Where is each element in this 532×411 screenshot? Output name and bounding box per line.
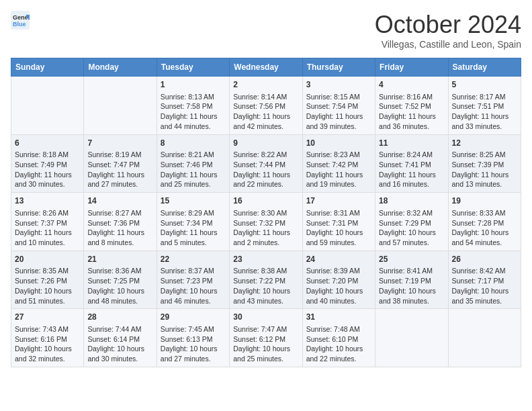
day-number: 11	[379, 138, 444, 149]
week-row-5: 27Sunrise: 7:43 AM Sunset: 6:16 PM Dayli…	[11, 309, 521, 367]
day-content: Sunrise: 8:29 AM Sunset: 7:34 PM Dayligh…	[161, 208, 226, 248]
day-number: 13	[15, 195, 80, 207]
day-content: Sunrise: 8:27 AM Sunset: 7:36 PM Dayligh…	[87, 208, 152, 248]
day-number: 3	[306, 79, 371, 91]
day-number: 21	[87, 254, 152, 265]
day-content: Sunrise: 8:39 AM Sunset: 7:20 PM Dayligh…	[306, 266, 371, 306]
day-content: Sunrise: 8:24 AM Sunset: 7:41 PM Dayligh…	[379, 150, 444, 189]
day-number: 10	[306, 138, 371, 149]
calendar-cell: 21Sunrise: 8:36 AM Sunset: 7:25 PM Dayli…	[84, 250, 157, 309]
calendar-cell: 8Sunrise: 8:21 AM Sunset: 7:46 PM Daylig…	[157, 134, 229, 193]
day-content: Sunrise: 7:44 AM Sunset: 6:14 PM Dayligh…	[87, 324, 152, 364]
calendar-cell: 25Sunrise: 8:41 AM Sunset: 7:19 PM Dayli…	[375, 250, 448, 309]
calendar-cell: 12Sunrise: 8:25 AM Sunset: 7:39 PM Dayli…	[448, 134, 521, 193]
day-content: Sunrise: 8:31 AM Sunset: 7:31 PM Dayligh…	[306, 208, 371, 248]
day-content: Sunrise: 8:23 AM Sunset: 7:42 PM Dayligh…	[306, 150, 371, 189]
calendar-cell: 13Sunrise: 8:26 AM Sunset: 7:37 PM Dayli…	[11, 193, 84, 251]
day-content: Sunrise: 8:26 AM Sunset: 7:37 PM Dayligh…	[15, 208, 80, 248]
day-number: 30	[233, 312, 298, 323]
day-content: Sunrise: 8:35 AM Sunset: 7:26 PM Dayligh…	[15, 266, 80, 306]
day-content: Sunrise: 8:15 AM Sunset: 7:54 PM Dayligh…	[306, 92, 371, 132]
day-number: 6	[15, 138, 80, 149]
day-number: 16	[233, 195, 298, 207]
day-content: Sunrise: 8:18 AM Sunset: 7:49 PM Dayligh…	[15, 150, 80, 189]
weekday-header-saturday: Saturday	[448, 58, 521, 77]
day-number: 23	[233, 254, 298, 265]
calendar-cell: 16Sunrise: 8:30 AM Sunset: 7:32 PM Dayli…	[230, 193, 302, 251]
weekday-header-sunday: Sunday	[11, 58, 84, 77]
day-number: 22	[161, 254, 226, 265]
calendar-cell: 14Sunrise: 8:27 AM Sunset: 7:36 PM Dayli…	[84, 193, 157, 251]
calendar-table: SundayMondayTuesdayWednesdayThursdayFrid…	[11, 58, 521, 367]
calendar-cell: 31Sunrise: 7:48 AM Sunset: 6:10 PM Dayli…	[302, 309, 375, 367]
calendar-cell: 10Sunrise: 8:23 AM Sunset: 7:42 PM Dayli…	[302, 134, 375, 193]
day-number: 5	[452, 79, 517, 91]
weekday-header-friday: Friday	[375, 58, 448, 77]
day-content: Sunrise: 8:19 AM Sunset: 7:47 PM Dayligh…	[87, 150, 152, 189]
calendar-cell: 24Sunrise: 8:39 AM Sunset: 7:20 PM Dayli…	[302, 250, 375, 309]
day-content: Sunrise: 8:21 AM Sunset: 7:46 PM Dayligh…	[161, 150, 226, 189]
day-number: 31	[306, 312, 371, 323]
day-content: Sunrise: 8:30 AM Sunset: 7:32 PM Dayligh…	[233, 208, 298, 248]
day-content: Sunrise: 8:38 AM Sunset: 7:22 PM Dayligh…	[233, 266, 298, 306]
day-number: 25	[379, 254, 444, 265]
calendar-cell: 4Sunrise: 8:16 AM Sunset: 7:52 PM Daylig…	[375, 77, 448, 135]
day-content: Sunrise: 7:48 AM Sunset: 6:10 PM Dayligh…	[306, 324, 371, 364]
svg-text:Blue: Blue	[13, 21, 26, 28]
month-title: October 2024	[375, 11, 521, 39]
calendar-cell: 3Sunrise: 8:15 AM Sunset: 7:54 PM Daylig…	[302, 77, 375, 135]
day-number: 15	[161, 195, 226, 207]
day-number: 14	[87, 195, 152, 207]
day-number: 1	[161, 79, 226, 91]
calendar-cell	[84, 77, 157, 135]
day-content: Sunrise: 8:33 AM Sunset: 7:28 PM Dayligh…	[452, 208, 517, 248]
calendar-cell: 1Sunrise: 8:13 AM Sunset: 7:58 PM Daylig…	[157, 77, 229, 135]
day-content: Sunrise: 7:47 AM Sunset: 6:12 PM Dayligh…	[233, 324, 298, 364]
day-number: 17	[306, 195, 371, 207]
day-content: Sunrise: 8:14 AM Sunset: 7:56 PM Dayligh…	[233, 92, 298, 132]
weekday-header-monday: Monday	[84, 58, 157, 77]
calendar-cell: 6Sunrise: 8:18 AM Sunset: 7:49 PM Daylig…	[11, 134, 84, 193]
calendar-cell: 18Sunrise: 8:32 AM Sunset: 7:29 PM Dayli…	[375, 193, 448, 251]
title-block: October 2024 Villegas, Castille and Leon…	[375, 11, 521, 50]
calendar-cell: 17Sunrise: 8:31 AM Sunset: 7:31 PM Dayli…	[302, 193, 375, 251]
weekday-header-wednesday: Wednesday	[230, 58, 302, 77]
calendar-cell	[11, 77, 84, 135]
day-number: 20	[15, 254, 80, 265]
day-content: Sunrise: 7:45 AM Sunset: 6:13 PM Dayligh…	[161, 324, 226, 364]
calendar-cell: 20Sunrise: 8:35 AM Sunset: 7:26 PM Dayli…	[11, 250, 84, 309]
day-content: Sunrise: 8:41 AM Sunset: 7:19 PM Dayligh…	[379, 266, 444, 306]
calendar-cell: 29Sunrise: 7:45 AM Sunset: 6:13 PM Dayli…	[157, 309, 229, 367]
day-content: Sunrise: 8:25 AM Sunset: 7:39 PM Dayligh…	[452, 150, 517, 189]
day-number: 2	[233, 79, 298, 91]
calendar-cell: 23Sunrise: 8:38 AM Sunset: 7:22 PM Dayli…	[230, 250, 302, 309]
calendar-cell: 5Sunrise: 8:17 AM Sunset: 7:51 PM Daylig…	[448, 77, 521, 135]
day-number: 24	[306, 254, 371, 265]
day-content: Sunrise: 8:37 AM Sunset: 7:23 PM Dayligh…	[161, 266, 226, 306]
calendar-cell: 9Sunrise: 8:22 AM Sunset: 7:44 PM Daylig…	[230, 134, 302, 193]
day-number: 18	[379, 195, 444, 207]
day-number: 26	[452, 254, 517, 265]
calendar-cell: 26Sunrise: 8:42 AM Sunset: 7:17 PM Dayli…	[448, 250, 521, 309]
day-number: 12	[452, 138, 517, 149]
weekday-header-tuesday: Tuesday	[157, 58, 229, 77]
day-content: Sunrise: 8:16 AM Sunset: 7:52 PM Dayligh…	[379, 92, 444, 132]
day-number: 27	[15, 312, 80, 323]
calendar-cell: 27Sunrise: 7:43 AM Sunset: 6:16 PM Dayli…	[11, 309, 84, 367]
week-row-2: 6Sunrise: 8:18 AM Sunset: 7:49 PM Daylig…	[11, 134, 521, 193]
day-content: Sunrise: 8:36 AM Sunset: 7:25 PM Dayligh…	[87, 266, 152, 306]
day-content: Sunrise: 7:43 AM Sunset: 6:16 PM Dayligh…	[15, 324, 80, 364]
day-content: Sunrise: 8:22 AM Sunset: 7:44 PM Dayligh…	[233, 150, 298, 189]
day-content: Sunrise: 8:42 AM Sunset: 7:17 PM Dayligh…	[452, 266, 517, 306]
logo: General Blue	[11, 11, 30, 30]
day-content: Sunrise: 8:32 AM Sunset: 7:29 PM Dayligh…	[379, 208, 444, 248]
day-content: Sunrise: 8:17 AM Sunset: 7:51 PM Dayligh…	[452, 92, 517, 132]
location-subtitle: Villegas, Castille and Leon, Spain	[375, 39, 521, 50]
weekday-header-row: SundayMondayTuesdayWednesdayThursdayFrid…	[11, 58, 521, 77]
calendar-cell: 28Sunrise: 7:44 AM Sunset: 6:14 PM Dayli…	[84, 309, 157, 367]
calendar-cell	[448, 309, 521, 367]
week-row-1: 1Sunrise: 8:13 AM Sunset: 7:58 PM Daylig…	[11, 77, 521, 135]
calendar-cell: 22Sunrise: 8:37 AM Sunset: 7:23 PM Dayli…	[157, 250, 229, 309]
calendar-cell: 2Sunrise: 8:14 AM Sunset: 7:56 PM Daylig…	[230, 77, 302, 135]
day-number: 28	[87, 312, 152, 323]
